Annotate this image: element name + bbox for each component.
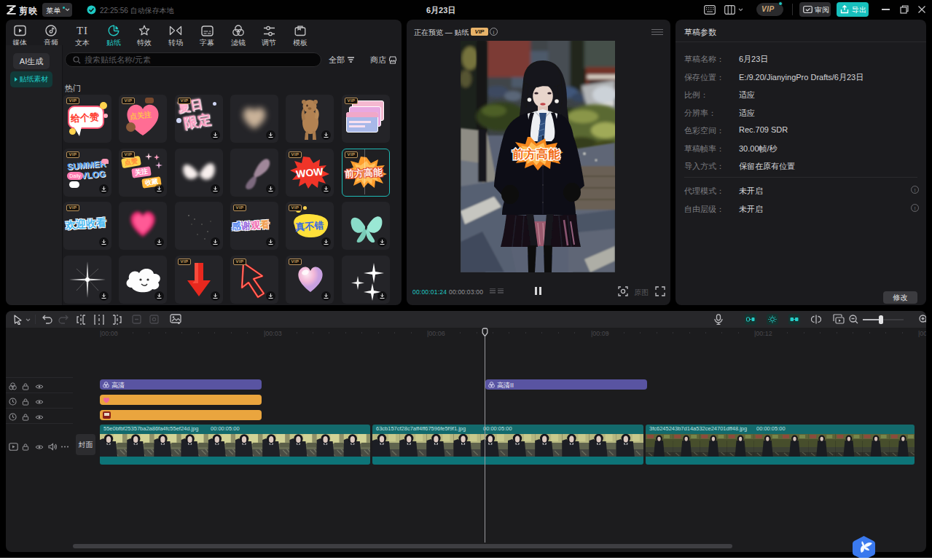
svg-text:前方高能: 前方高能 (512, 147, 560, 160)
svg-text:真不错: 真不错 (295, 220, 324, 233)
